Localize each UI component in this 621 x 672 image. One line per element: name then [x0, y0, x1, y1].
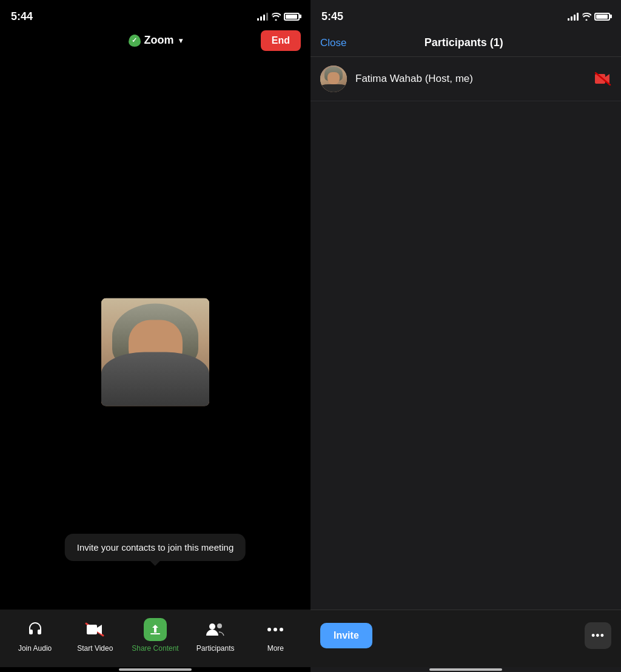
- signal-bars-icon: [257, 12, 268, 21]
- self-video: [101, 298, 209, 406]
- start-video-button[interactable]: Start Video: [71, 618, 119, 653]
- wifi-icon: [271, 13, 281, 21]
- video-slash-icon: [84, 618, 107, 641]
- left-panel: 5:44 ✓ Zoom ▾ End: [0, 0, 310, 672]
- right-status-bar: 5:45: [310, 0, 621, 29]
- svg-point-2: [217, 623, 222, 628]
- close-button[interactable]: Close: [320, 37, 346, 49]
- right-header: Close Participants (1): [310, 29, 621, 57]
- svg-point-3: [267, 628, 271, 631]
- home-indicator-left: [0, 667, 310, 672]
- share-content-button[interactable]: Share Content: [131, 618, 180, 653]
- svg-point-5: [280, 628, 283, 631]
- right-time: 5:45: [321, 10, 343, 23]
- participants-button[interactable]: Participants: [191, 618, 240, 653]
- right-wifi-icon: [582, 13, 591, 21]
- headphones-icon: [24, 618, 47, 641]
- svg-point-4: [274, 628, 277, 631]
- start-video-label: Start Video: [77, 644, 113, 653]
- chevron-down-icon: ▾: [179, 36, 183, 45]
- video-off-icon: [594, 72, 611, 86]
- participant-row: Fatima Wahab (Host, me): [310, 57, 621, 101]
- left-time: 5:44: [11, 10, 33, 23]
- share-content-label: Share Content: [132, 644, 178, 653]
- svg-rect-0: [150, 633, 160, 634]
- end-button[interactable]: End: [261, 30, 301, 51]
- video-area: Invite your contacts to join this meetin…: [0, 52, 310, 610]
- left-header: ✓ Zoom ▾ End: [0, 29, 310, 52]
- participants-label: Participants: [196, 644, 235, 653]
- share-icon: [144, 618, 167, 641]
- right-more-dots-icon: •••: [591, 630, 605, 642]
- join-audio-button[interactable]: Join Audio: [11, 618, 59, 653]
- left-status-icons: [257, 12, 300, 21]
- more-label: More: [267, 644, 284, 653]
- invite-tooltip: Invite your contacts to join this meetin…: [65, 534, 246, 561]
- right-status-icons: [568, 12, 610, 21]
- avatar: [320, 66, 347, 92]
- right-battery-icon: [594, 13, 610, 21]
- home-indicator-right: [310, 667, 621, 672]
- participants-icon: [204, 618, 227, 641]
- right-more-button[interactable]: •••: [585, 622, 611, 649]
- participants-list: Fatima Wahab (Host, me): [310, 57, 621, 610]
- participants-title: Participants (1): [346, 36, 581, 49]
- right-signal-icon: [568, 12, 579, 21]
- battery-icon: [284, 13, 300, 21]
- invite-button[interactable]: Invite: [320, 623, 372, 648]
- join-audio-label: Join Audio: [18, 644, 52, 653]
- more-button[interactable]: More: [251, 618, 300, 653]
- left-status-bar: 5:44: [0, 0, 310, 29]
- more-dots-icon: [264, 618, 287, 641]
- zoom-shield-icon: ✓: [129, 35, 141, 47]
- participant-name: Fatima Wahab (Host, me): [355, 73, 586, 85]
- svg-point-1: [209, 623, 215, 630]
- right-panel: 5:45 Close Participants (1): [310, 0, 621, 672]
- zoom-label: ✓ Zoom ▾: [129, 34, 183, 47]
- right-toolbar: Invite •••: [310, 610, 621, 667]
- left-toolbar: Join Audio Start Video: [0, 610, 310, 667]
